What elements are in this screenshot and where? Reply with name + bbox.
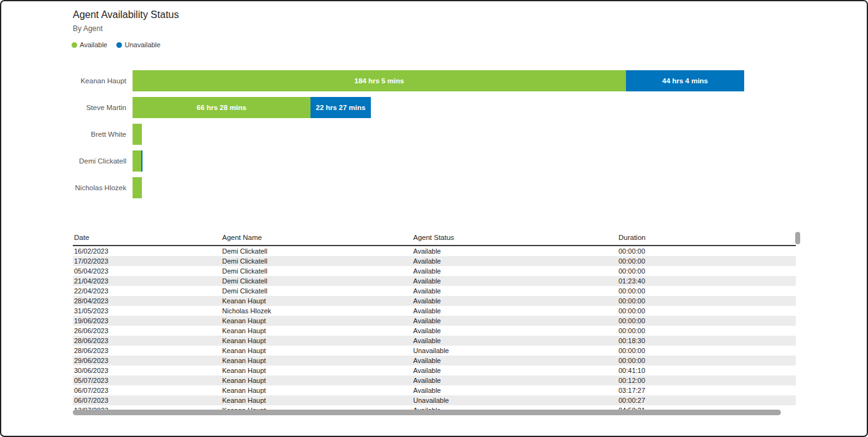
table-row[interactable]: 19/06/2023Keanan HauptAvailable00:00:00: [73, 316, 796, 326]
table-cell: Available: [413, 256, 617, 266]
table-header-row: Date Agent Name Agent Status Duration: [73, 232, 796, 246]
table-cell: 19/06/2023: [74, 316, 221, 326]
table-cell: Unavailable: [413, 346, 617, 356]
table-cell: Keanan Haupt: [222, 336, 412, 346]
table-row[interactable]: 21/04/2023Demi ClickatellAvailable01:23:…: [73, 276, 796, 286]
bar-row: Brett White: [1, 124, 867, 145]
bar-value-label: 66 hrs 28 mins: [197, 104, 246, 111]
table-row[interactable]: 28/04/2023Keanan HauptAvailable00:00:00: [73, 296, 796, 306]
table-cell: 03:17:27: [618, 385, 795, 395]
table-cell: Demi Clickatell: [222, 286, 412, 296]
table-cell: Available: [413, 356, 617, 366]
chart-subtitle: By Agent: [73, 24, 103, 33]
table-cell: Keanan Haupt: [222, 366, 412, 375]
table-row[interactable]: 28/06/2023Keanan HauptAvailable00:18:30: [73, 336, 796, 346]
table-cell: Available: [413, 366, 617, 375]
table-cell: 28/04/2023: [74, 296, 221, 306]
bar-value-label: 44 hrs 4 mins: [662, 77, 708, 85]
table-cell: Keanan Haupt: [222, 326, 412, 336]
table-cell: 00:00:00: [618, 246, 795, 256]
bar-segments: 184 hrs 5 mins44 hrs 4 mins: [133, 70, 744, 91]
table-row[interactable]: 31/05/2023Nicholas HlozekAvailable00:00:…: [73, 306, 796, 316]
table-cell: 31/05/2023: [74, 306, 221, 316]
availability-table: Date Agent Name Agent Status Duration 16…: [73, 232, 796, 413]
table-cell: Unavailable: [413, 395, 617, 405]
bar-segment-unavailable[interactable]: 44 hrs 4 mins: [626, 70, 744, 91]
table-cell: Demi Clickatell: [222, 246, 412, 256]
table-cell: 17/02/2023: [74, 256, 221, 266]
table-cell: 28/06/2023: [74, 336, 221, 346]
bar-row: Keanan Haupt184 hrs 5 mins44 hrs 4 mins: [1, 70, 867, 91]
table-row[interactable]: 06/07/2023Keanan HauptAvailable03:17:27: [73, 385, 796, 395]
column-header-duration[interactable]: Duration: [618, 234, 795, 241]
table-cell: 00:00:00: [618, 306, 795, 316]
legend-item-available[interactable]: Available: [72, 41, 107, 48]
bar-segment-unavailable[interactable]: [141, 150, 142, 172]
column-header-date[interactable]: Date: [74, 234, 221, 241]
table-vertical-scrollbar[interactable]: [795, 232, 800, 244]
table-cell: 00:00:00: [618, 346, 795, 356]
bar-row: Demi Clickatell: [1, 150, 867, 172]
bar-row: Nicholas Hlozek: [1, 177, 867, 198]
bar-segment-available[interactable]: 66 hrs 28 mins: [133, 97, 310, 118]
table-cell: Keanan Haupt: [222, 296, 412, 306]
table-cell: 30/06/2023: [74, 366, 221, 375]
table-cell: 00:00:00: [618, 286, 795, 296]
bar-value-label: 22 hrs 27 mins: [316, 104, 366, 111]
bar-chart: Keanan Haupt184 hrs 5 mins44 hrs 4 minsS…: [1, 70, 867, 201]
table-horizontal-scrollbar[interactable]: [73, 410, 781, 415]
chart-legend: Available Unavailable: [72, 41, 161, 48]
table-cell: 21/04/2023: [74, 276, 221, 286]
table-cell: 00:00:00: [618, 256, 795, 266]
chart-title: Agent Availability Status: [73, 9, 179, 21]
table-cell: 06/07/2023: [74, 385, 221, 395]
unavailable-legend-dot-icon: [116, 42, 122, 48]
table-body: 16/02/2023Demi ClickatellAvailable00:00:…: [73, 246, 796, 413]
bar-segments: [133, 177, 142, 198]
column-header-agent-status[interactable]: Agent Status: [413, 234, 617, 241]
bar-segment-available[interactable]: [133, 177, 142, 198]
bar-value-label: 184 hrs 5 mins: [355, 77, 404, 85]
table-row[interactable]: 17/02/2023Demi ClickatellAvailable00:00:…: [73, 256, 796, 266]
table-row[interactable]: 29/06/2023Keanan HauptAvailable00:00:00: [73, 356, 796, 366]
report-canvas: Agent Availability Status By Agent Avail…: [0, 0, 868, 437]
table-row[interactable]: 06/07/2023Keanan HauptUnavailable00:00:2…: [73, 395, 796, 405]
table-cell: 05/07/2023: [74, 375, 221, 385]
category-label: Steve Martin: [7, 104, 126, 111]
bar-segment-available[interactable]: [133, 124, 142, 145]
table-row[interactable]: 05/04/2023Demi ClickatellAvailable00:00:…: [73, 266, 796, 276]
table-cell: Demi Clickatell: [222, 266, 412, 276]
table-row[interactable]: 16/02/2023Demi ClickatellAvailable00:00:…: [73, 246, 796, 256]
table-cell: 16/02/2023: [74, 246, 221, 256]
bar-segments: [133, 150, 142, 172]
table-cell: 05/04/2023: [74, 266, 221, 276]
bar-segment-available[interactable]: 184 hrs 5 mins: [133, 70, 626, 91]
category-label: Nicholas Hlozek: [7, 184, 126, 191]
table-cell: 22/04/2023: [74, 286, 221, 296]
table-cell: 00:41:10: [618, 366, 795, 375]
table-cell: 00:00:27: [618, 395, 795, 405]
table-cell: Keanan Haupt: [222, 346, 412, 356]
table-cell: Available: [413, 326, 617, 336]
table-row[interactable]: 05/07/2023Keanan HauptAvailable00:12:00: [73, 375, 796, 385]
bar-segments: 66 hrs 28 mins22 hrs 27 mins: [133, 97, 371, 118]
table-row[interactable]: 26/06/2023Keanan HauptAvailable00:00:00: [73, 326, 796, 336]
table-row[interactable]: 28/06/2023Keanan HauptUnavailable00:00:0…: [73, 346, 796, 356]
table-row[interactable]: 30/06/2023Keanan HauptAvailable00:41:10: [73, 366, 796, 375]
legend-item-unavailable[interactable]: Unavailable: [116, 41, 160, 48]
table-cell: 00:00:00: [618, 266, 795, 276]
table-cell: Available: [413, 286, 617, 296]
table-cell: Keanan Haupt: [222, 356, 412, 366]
category-label: Keanan Haupt: [7, 77, 126, 85]
bar-segment-unavailable[interactable]: 22 hrs 27 mins: [310, 97, 371, 118]
column-header-agent-name[interactable]: Agent Name: [222, 234, 412, 241]
category-label: Demi Clickatell: [7, 157, 126, 165]
bar-segment-available[interactable]: [133, 150, 141, 172]
table-cell: 00:00:00: [618, 296, 795, 306]
table-cell: Available: [413, 316, 617, 326]
table-cell: Keanan Haupt: [222, 385, 412, 395]
table-cell: 00:12:00: [618, 375, 795, 385]
table-row[interactable]: 22/04/2023Demi ClickatellAvailable00:00:…: [73, 286, 796, 296]
table-cell: Available: [413, 266, 617, 276]
table-cell: Available: [413, 306, 617, 316]
